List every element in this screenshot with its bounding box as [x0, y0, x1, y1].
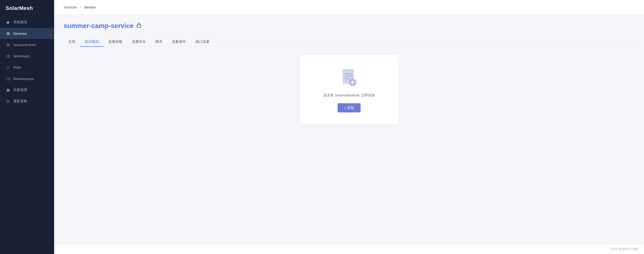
tab-traffic-policy[interactable]: 流量策略 — [104, 37, 127, 47]
services-icon: ⊞ — [6, 31, 10, 36]
sidebar-item-label-overview: 系统概览 — [13, 20, 27, 24]
main-content: Services / Service summer-camp-service 总… — [54, 0, 644, 254]
empty-icon — [341, 69, 357, 87]
footer: CSDN @深圳行云创新 — [54, 244, 644, 254]
svg-rect-0 — [137, 25, 141, 27]
sidebar-item-overview[interactable]: ◉系统概览 — [0, 16, 54, 28]
sidebar-item-policy[interactable]: ◎通配策略 — [0, 95, 54, 107]
empty-state-message: 还没有 DestinationRule 立即添加 — [323, 93, 375, 98]
content-area: summer-camp-service 总览路由规则流量策略流量安全网关流量插件… — [54, 14, 644, 244]
tab-gateway[interactable]: 网关 — [151, 37, 167, 47]
add-button[interactable]: + 添加 — [338, 103, 361, 112]
tab-traffic-security[interactable]: 流量安全 — [127, 37, 151, 47]
tabs-bar: 总览路由规则流量策略流量安全网关流量插件接口流量 — [64, 37, 634, 47]
app-logo: SolarMesh — [0, 0, 54, 16]
sidebar-item-label-workloads: Workloads — [13, 54, 30, 58]
serviceentries-icon: ⊟ — [6, 42, 10, 47]
traffic-view-icon: ▦ — [6, 87, 10, 92]
lock-icon — [136, 22, 142, 29]
tab-traffic-plugin[interactable]: 流量插件 — [167, 37, 191, 47]
sidebar-item-workloads[interactable]: ◫Workloads — [0, 50, 54, 62]
breadcrumb-current: Service — [84, 5, 96, 9]
sidebar-item-serviceentries[interactable]: ⊟ServiceEntries — [0, 39, 54, 50]
sidebar-item-services[interactable]: ⊞Services — [0, 28, 54, 39]
sidebar-item-namespaces[interactable]: ❏Namespaces — [0, 73, 54, 84]
sidebar-item-label-serviceentries: ServiceEntries — [13, 43, 36, 47]
sidebar-item-label-policy: 通配策略 — [13, 99, 27, 103]
page-title: summer-camp-service — [64, 22, 134, 30]
workloads-icon: ◫ — [6, 54, 10, 58]
policy-icon: ◎ — [6, 99, 10, 103]
page-title-row: summer-camp-service — [64, 22, 634, 30]
breadcrumb: Services / Service — [54, 0, 644, 14]
sidebar-item-traffic-view[interactable]: ▦流量视图 — [0, 84, 54, 95]
sidebar-item-pods[interactable]: ⬡Pods — [0, 62, 54, 73]
breadcrumb-separator: / — [80, 5, 81, 9]
empty-state-card: 还没有 DestinationRule 立即添加 + 添加 — [300, 54, 398, 124]
sidebar-item-label-services: Services — [13, 31, 27, 35]
tab-interface-traffic[interactable]: 接口流量 — [191, 37, 214, 47]
pods-icon: ⬡ — [6, 65, 10, 70]
sidebar-item-label-namespaces: Namespaces — [13, 77, 34, 81]
breadcrumb-parent[interactable]: Services — [64, 5, 77, 9]
sidebar: SolarMesh ◉系统概览⊞Services⊟ServiceEntries◫… — [0, 0, 54, 254]
tab-routing[interactable]: 路由规则 — [80, 37, 104, 47]
tab-overview[interactable]: 总览 — [64, 37, 80, 47]
sidebar-item-label-pods: Pods — [13, 65, 21, 69]
sidebar-nav: ◉系统概览⊞Services⊟ServiceEntries◫Workloads⬡… — [0, 16, 54, 254]
namespaces-icon: ❏ — [6, 76, 10, 81]
sidebar-item-label-traffic-view: 流量视图 — [13, 88, 27, 92]
overview-icon: ◉ — [6, 20, 10, 24]
